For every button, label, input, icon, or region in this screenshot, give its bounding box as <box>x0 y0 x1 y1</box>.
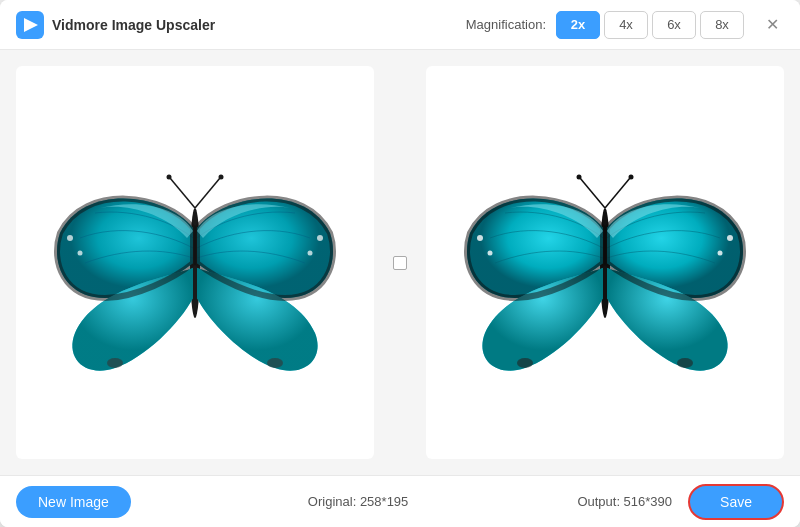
svg-point-6 <box>219 174 224 179</box>
magnification-buttons: 2x 4x 6x 8x <box>556 11 744 39</box>
svg-point-23 <box>677 358 693 368</box>
svg-point-18 <box>477 235 483 241</box>
app-window: Vidmore Image Upscaler Magnification: 2x… <box>0 0 800 527</box>
output-info: Output: 516*390 <box>577 494 672 509</box>
svg-point-20 <box>727 235 733 241</box>
svg-point-22 <box>517 358 533 368</box>
mag-8x-button[interactable]: 8x <box>700 11 744 39</box>
svg-point-10 <box>308 250 313 255</box>
mag-2x-button[interactable]: 2x <box>556 11 600 39</box>
svg-point-12 <box>267 358 283 368</box>
svg-point-4 <box>167 174 172 179</box>
svg-point-7 <box>67 235 73 241</box>
original-info: Original: 258*195 <box>308 494 408 509</box>
svg-point-19 <box>488 250 493 255</box>
svg-point-8 <box>78 250 83 255</box>
svg-point-21 <box>718 250 723 255</box>
close-button[interactable]: ✕ <box>760 13 784 37</box>
svg-point-15 <box>577 174 582 179</box>
magnification-label: Magnification: <box>466 17 546 32</box>
app-logo-icon <box>16 11 44 39</box>
content-area <box>0 50 800 475</box>
app-title: Vidmore Image Upscaler <box>52 17 215 33</box>
mag-6x-button[interactable]: 6x <box>652 11 696 39</box>
svg-line-16 <box>605 178 630 208</box>
svg-point-11 <box>107 358 123 368</box>
titlebar: Vidmore Image Upscaler Magnification: 2x… <box>0 0 800 50</box>
save-button[interactable]: Save <box>688 484 784 520</box>
original-image-panel <box>16 66 374 459</box>
new-image-button[interactable]: New Image <box>16 486 131 518</box>
footer: New Image Original: 258*195 Output: 516*… <box>0 475 800 527</box>
svg-line-3 <box>170 178 195 208</box>
compare-checkbox[interactable] <box>393 256 407 270</box>
mag-4x-button[interactable]: 4x <box>604 11 648 39</box>
svg-point-9 <box>317 235 323 241</box>
original-butterfly-image <box>45 103 345 423</box>
divider-area <box>390 66 410 459</box>
output-butterfly-image <box>455 103 755 423</box>
svg-point-17 <box>629 174 634 179</box>
svg-line-5 <box>195 178 220 208</box>
output-image-panel <box>426 66 784 459</box>
svg-line-14 <box>580 178 605 208</box>
